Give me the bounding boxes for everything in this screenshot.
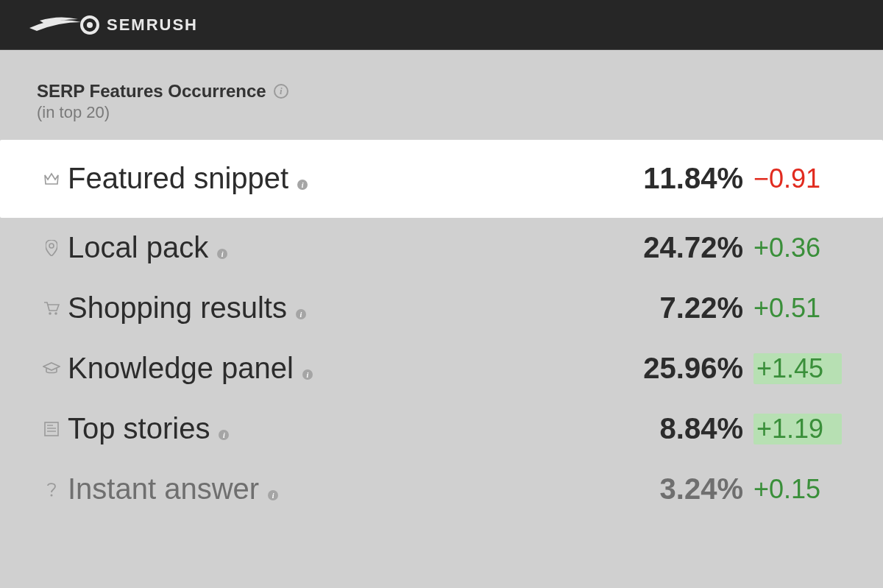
- feature-delta: +0.51: [753, 293, 842, 324]
- svg-rect-5: [45, 422, 58, 436]
- svg-point-2: [49, 244, 54, 248]
- feature-value: 24.72%: [643, 231, 743, 264]
- svg-point-1: [87, 22, 93, 28]
- feature-value: 25.96%: [643, 352, 743, 385]
- feature-row[interactable]: Shopping resultsi7.22%+0.51: [37, 278, 846, 339]
- pin-icon: [41, 240, 62, 256]
- cart-icon: [41, 301, 62, 316]
- news-icon: [41, 422, 62, 436]
- feature-delta: +0.15: [753, 474, 842, 505]
- feature-value: 3.24%: [660, 472, 743, 506]
- feature-label: Shopping results: [68, 291, 287, 325]
- feature-list: Featured snippeti11.84%−0.91Local packi2…: [37, 140, 846, 520]
- feature-delta: +1.45: [753, 353, 842, 384]
- feature-row[interactable]: Top storiesi8.84%+1.19: [37, 399, 846, 459]
- cap-icon: [41, 362, 62, 375]
- feature-label: Knowledge panel: [68, 352, 294, 385]
- panel-subtitle: (in top 20): [37, 103, 846, 122]
- feature-label: Local pack: [68, 231, 208, 264]
- svg-point-4: [54, 312, 57, 315]
- brand-name: SEMRUSH: [107, 15, 198, 35]
- feature-delta: −0.91: [753, 163, 842, 194]
- info-icon[interactable]: i: [219, 428, 229, 441]
- feature-value: 11.84%: [643, 162, 743, 195]
- crown-icon: [41, 172, 62, 185]
- semrush-comet-icon: [29, 12, 99, 38]
- brand-logo[interactable]: SEMRUSH: [29, 12, 198, 38]
- svg-point-9: [51, 494, 53, 496]
- info-icon[interactable]: i: [297, 177, 308, 191]
- info-icon[interactable]: i: [217, 247, 227, 260]
- feature-value: 7.22%: [660, 291, 743, 325]
- app-header: SEMRUSH: [0, 0, 883, 50]
- info-icon[interactable]: i: [296, 307, 306, 320]
- info-icon[interactable]: i: [268, 488, 278, 501]
- question-icon: [41, 481, 62, 497]
- serp-features-panel: SERP Features Occurrence i (in top 20) F…: [0, 50, 883, 520]
- feature-value: 8.84%: [660, 412, 743, 445]
- feature-row[interactable]: Featured snippeti11.84%−0.91: [0, 140, 883, 218]
- feature-delta: +0.36: [753, 233, 842, 263]
- feature-delta: +1.19: [753, 414, 842, 444]
- feature-row[interactable]: Instant answeri3.24%+0.15: [37, 459, 846, 520]
- panel-title-row: SERP Features Occurrence i: [37, 81, 846, 102]
- feature-label: Instant answer: [68, 472, 259, 506]
- feature-label: Featured snippet: [68, 162, 288, 195]
- fade-overlay: [0, 559, 883, 588]
- info-icon[interactable]: i: [274, 84, 288, 99]
- feature-row[interactable]: Local packi24.72%+0.36: [37, 218, 846, 278]
- svg-point-3: [49, 312, 52, 315]
- feature-row[interactable]: Knowledge paneli25.96%+1.45: [37, 339, 846, 399]
- feature-label: Top stories: [68, 412, 210, 445]
- info-icon[interactable]: i: [302, 367, 313, 380]
- panel-title: SERP Features Occurrence: [37, 81, 266, 102]
